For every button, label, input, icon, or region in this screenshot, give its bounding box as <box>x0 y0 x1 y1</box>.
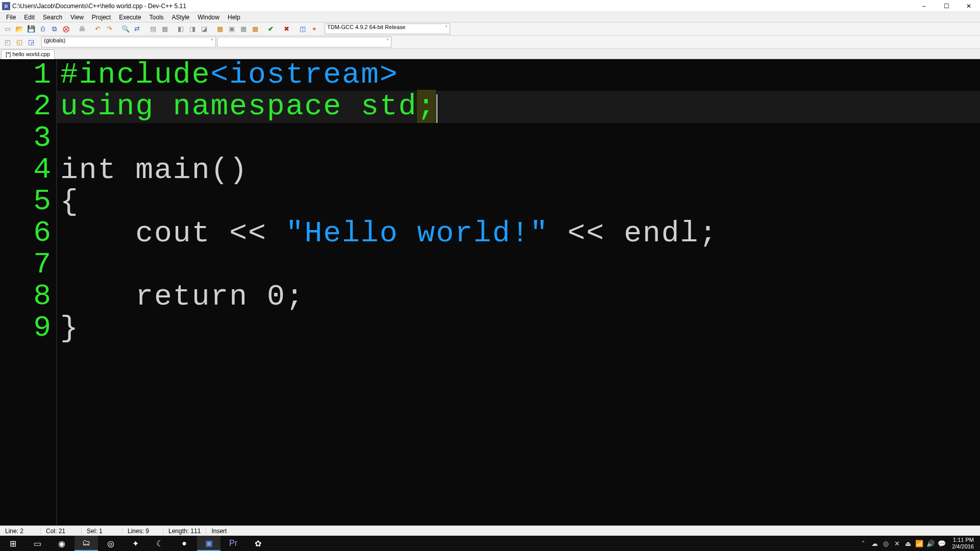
title-bar: D C:\Users\Jacob\Documents\C++\hello wor… <box>0 0 980 12</box>
task-app1[interactable]: ✦ <box>124 536 147 551</box>
menu-help[interactable]: Help <box>224 13 244 22</box>
compiler-select-label: TDM-GCC 4.9.2 64-bit Release <box>327 24 405 30</box>
abort-button[interactable]: ✖ <box>281 23 292 34</box>
toolbar-class: ◰ ◱ ◲ (globals) <box>0 36 980 49</box>
task-view-button[interactable]: ▭ <box>26 536 49 551</box>
insert-button[interactable]: ◧ <box>175 23 186 34</box>
code-line-8: return 0; <box>57 281 980 313</box>
tab-hello-world[interactable]: [*] hello world.cpp <box>1 49 55 59</box>
window-title: C:\Users\Jacob\Documents\C++\hello world… <box>12 3 913 10</box>
menu-astyle[interactable]: AStyle <box>168 13 194 22</box>
start-button[interactable]: ⊞ <box>1 536 24 551</box>
tab-label: [*] hello world.cpp <box>6 51 50 57</box>
close-file-button[interactable]: ⨂ <box>61 23 71 34</box>
status-sel: Sel: 1 <box>82 528 122 535</box>
task-premiere[interactable]: Pr <box>222 536 245 551</box>
taskbar-clock[interactable]: 1:11 PM 2/4/2016 <box>949 536 977 551</box>
redo-button[interactable]: ↷ <box>104 23 115 34</box>
maximize-button[interactable]: ☐ <box>935 0 958 12</box>
menu-execute[interactable]: Execute <box>115 13 145 22</box>
code-line-5: { <box>57 186 980 218</box>
new-class-button[interactable]: ◰ <box>2 37 13 47</box>
menu-tools[interactable]: Tools <box>145 13 168 22</box>
tray-cloud-icon[interactable]: ☁ <box>870 540 878 547</box>
save-button[interactable]: 💾 <box>26 23 36 34</box>
menu-edit[interactable]: Edit <box>20 13 39 22</box>
code-line-3 <box>57 123 980 155</box>
tray-show-hidden-icon[interactable]: ˄ <box>859 540 867 547</box>
goto-button[interactable]: ▤ <box>148 23 158 34</box>
menu-file[interactable]: File <box>2 13 20 22</box>
line-number-gutter: 1 2 3 4 5 6 7 8 9 <box>0 59 57 525</box>
code-line-7 <box>57 249 980 281</box>
code-line-9: } <box>57 313 980 344</box>
toolbar-main: ▭ 📂 💾 ⎙ ⧉ ⨂ 🖶 ↶ ↷ 🔍 ⇄ ▤ ▦ ◧ ◨ ◪ ▦ ▣ ▦ ▦ … <box>0 22 980 36</box>
task-steam[interactable]: ◎ <box>99 536 122 551</box>
code-editor[interactable]: 1 2 3 4 5 6 7 8 9 #include<iostream> usi… <box>0 59 980 525</box>
toggle-button[interactable]: ◨ <box>187 23 198 34</box>
task-app2[interactable]: ☾ <box>148 536 172 551</box>
class-select[interactable]: (globals) <box>41 37 216 47</box>
task-chrome[interactable]: ◉ <box>50 536 74 551</box>
status-bar: Line: 2 Col: 21 Sel: 1 Lines: 9 Length: … <box>0 525 980 536</box>
line-number: 9 <box>0 312 52 344</box>
undo-button[interactable]: ↶ <box>92 23 103 34</box>
save-all-button[interactable]: ⎙ <box>37 23 48 34</box>
line-number: 2 <box>0 91 52 122</box>
task-app3[interactable]: ● <box>173 536 196 551</box>
task-explorer[interactable]: 🗂 <box>75 536 98 551</box>
find-button[interactable]: 🔍 <box>120 23 131 34</box>
status-col: Col: 21 <box>41 528 82 535</box>
function-select[interactable] <box>217 37 391 47</box>
syntax-check-button[interactable]: ✔ <box>265 23 276 34</box>
open-file-button[interactable]: 📂 <box>14 23 24 34</box>
minimize-button[interactable]: – <box>913 0 935 12</box>
tray-volume-icon[interactable]: 🔊 <box>926 540 935 547</box>
tray-steam-icon[interactable]: ◎ <box>881 540 890 547</box>
line-number: 3 <box>0 122 52 154</box>
line-number: 5 <box>0 186 52 217</box>
save-as-button[interactable]: ⧉ <box>49 23 60 34</box>
profile-button[interactable]: ◫ <box>297 23 308 34</box>
new-file-button[interactable]: ▭ <box>2 23 13 34</box>
goto-line-button[interactable]: ◪ <box>199 23 209 34</box>
menu-bar: File Edit Search View Project Execute To… <box>0 12 980 22</box>
status-lines: Lines: 9 <box>122 528 163 535</box>
print-button[interactable]: 🖶 <box>77 23 87 34</box>
task-devcpp[interactable]: ▣ <box>197 536 220 551</box>
tray-notifications-icon[interactable]: 💬 <box>938 540 946 547</box>
tray-x-icon[interactable]: ✕ <box>893 540 901 547</box>
status-length: Length: 111 <box>163 528 206 535</box>
menu-view[interactable]: View <box>66 13 88 22</box>
debug-button[interactable]: ⌖ <box>309 23 320 34</box>
rebuild-button[interactable]: ▦ <box>250 23 260 34</box>
menu-project[interactable]: Project <box>88 13 115 22</box>
close-button[interactable]: ✕ <box>958 0 980 12</box>
compiler-select[interactable]: TDM-GCC 4.9.2 64-bit Release <box>325 23 450 34</box>
compile-button[interactable]: ▦ <box>214 23 225 34</box>
line-number: 8 <box>0 281 52 312</box>
compile-run-button[interactable]: ▦ <box>238 23 249 34</box>
goto-impl-button[interactable]: ◲ <box>26 37 36 47</box>
status-line: Line: 2 <box>0 528 41 535</box>
windows-taskbar: ⊞ ▭ ◉ 🗂 ◎ ✦ ☾ ● ▣ Pr ✿ ˄ ☁ ◎ ✕ ⏏ 📶 🔊 💬 1… <box>0 536 980 551</box>
goto-decl-button[interactable]: ◱ <box>14 37 24 47</box>
app-icon: D <box>2 2 10 10</box>
tray-usb-icon[interactable]: ⏏ <box>904 540 912 547</box>
code-line-1: #include<iostream> <box>57 59 980 91</box>
menu-window[interactable]: Window <box>193 13 224 22</box>
code-line-2: using namespace std; <box>57 91 980 123</box>
run-button[interactable]: ▣ <box>226 23 237 34</box>
tray-wifi-icon[interactable]: 📶 <box>915 540 923 547</box>
menu-search[interactable]: Search <box>39 13 66 22</box>
replace-button[interactable]: ⇄ <box>132 23 142 34</box>
code-line-4: int main() <box>57 155 980 186</box>
code-area[interactable]: #include<iostream> using namespace std; … <box>57 59 980 525</box>
bookmark-button[interactable]: ▦ <box>159 23 170 34</box>
line-number: 4 <box>0 154 52 186</box>
task-app4[interactable]: ✿ <box>246 536 270 551</box>
line-number: 6 <box>0 217 52 249</box>
class-select-label: (globals) <box>44 37 65 43</box>
line-number: 7 <box>0 249 52 281</box>
clock-date: 2/4/2016 <box>952 543 974 550</box>
